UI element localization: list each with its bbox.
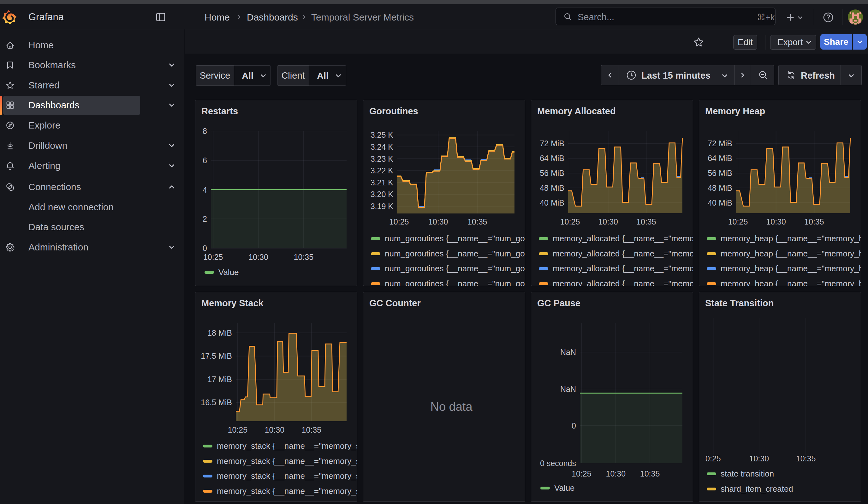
svg-text:0: 0: [572, 421, 576, 430]
svg-text:0: 0: [203, 244, 207, 253]
svg-text:3.22 K: 3.22 K: [371, 166, 394, 175]
svg-text:16.5 MiB: 16.5 MiB: [201, 398, 232, 407]
svg-text:17.5 MiB: 17.5 MiB: [201, 351, 232, 360]
svg-text:NaN: NaN: [560, 384, 576, 393]
svg-text:48 MiB: 48 MiB: [707, 184, 732, 192]
svg-text:40 MiB: 40 MiB: [540, 198, 564, 207]
svg-text:2: 2: [203, 214, 207, 223]
svg-text:40 MiB: 40 MiB: [707, 198, 732, 207]
svg-text:64 MiB: 64 MiB: [540, 154, 564, 163]
svg-text:10:35: 10:35: [294, 253, 314, 261]
svg-text:10:25: 10:25: [560, 217, 580, 226]
svg-text:10:30: 10:30: [265, 425, 285, 434]
svg-text:10:30: 10:30: [428, 217, 448, 226]
svg-text:3.25 K: 3.25 K: [371, 131, 394, 139]
svg-text:17 MiB: 17 MiB: [207, 375, 232, 384]
svg-text:10:25: 10:25: [203, 253, 223, 261]
svg-text:4: 4: [203, 185, 207, 194]
svg-text:8: 8: [203, 127, 207, 135]
svg-text:10:30: 10:30: [598, 217, 618, 226]
svg-text:10:30: 10:30: [749, 454, 769, 463]
svg-text:3.19 K: 3.19 K: [371, 202, 394, 210]
svg-text:10:35: 10:35: [796, 454, 816, 463]
svg-text:10:35: 10:35: [804, 217, 824, 226]
svg-text:6: 6: [203, 156, 207, 165]
svg-text:10:30: 10:30: [248, 253, 268, 261]
svg-text:NaN: NaN: [560, 348, 576, 357]
svg-text:72 MiB: 72 MiB: [540, 139, 564, 148]
svg-text:48 MiB: 48 MiB: [540, 184, 564, 192]
svg-text:10:25: 10:25: [728, 217, 748, 226]
svg-text:10:35: 10:35: [467, 217, 487, 226]
svg-text:64 MiB: 64 MiB: [707, 154, 732, 163]
svg-text:0 seconds: 0 seconds: [540, 459, 576, 468]
svg-text:3.23 K: 3.23 K: [371, 154, 394, 163]
svg-text:0:25: 0:25: [705, 454, 721, 463]
svg-text:18 MiB: 18 MiB: [207, 328, 232, 337]
svg-text:10:25: 10:25: [389, 217, 409, 226]
svg-text:3.20 K: 3.20 K: [371, 190, 394, 199]
svg-text:10:30: 10:30: [766, 217, 786, 226]
svg-text:10:35: 10:35: [636, 217, 656, 226]
svg-text:3.21 K: 3.21 K: [371, 178, 394, 187]
svg-text:10:25: 10:25: [228, 425, 248, 434]
svg-text:10:35: 10:35: [302, 425, 322, 434]
svg-text:72 MiB: 72 MiB: [707, 139, 732, 148]
svg-text:10:25: 10:25: [572, 469, 591, 478]
svg-text:56 MiB: 56 MiB: [540, 169, 564, 177]
svg-text:10:30: 10:30: [606, 469, 626, 478]
svg-text:10:35: 10:35: [640, 469, 660, 478]
svg-text:3.24 K: 3.24 K: [371, 142, 394, 151]
svg-text:56 MiB: 56 MiB: [707, 169, 732, 177]
